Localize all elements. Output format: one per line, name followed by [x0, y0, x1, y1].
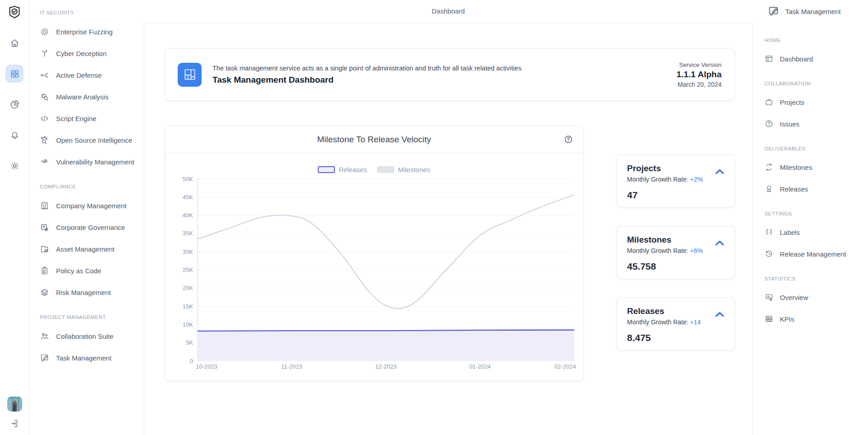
history-icon	[764, 249, 774, 258]
rsidebar-item-milestones[interactable]: Milestones	[764, 156, 868, 178]
rail-item-home[interactable]	[5, 34, 24, 52]
rsidebar-item-label: Release Management	[780, 250, 846, 258]
rsidebar-item-issues[interactable]: Issues	[764, 113, 868, 135]
shield-check-logo	[7, 5, 22, 20]
briefcase-icon	[764, 98, 774, 107]
banner-title: Task Management Dashboard	[212, 75, 521, 85]
rsidebar-item-releases[interactable]: Releases	[764, 178, 868, 200]
sidebar-item-cyber-deception[interactable]: Cyber Deception	[40, 42, 144, 64]
sidebar-item-enterprise-fuzzing[interactable]: Enterprise Fuzzing	[40, 21, 144, 42]
rsidebar-section-home: HOME	[764, 37, 868, 43]
main-panel: The task management service acts as a si…	[144, 23, 753, 435]
list-gear-icon	[40, 223, 49, 232]
sidebar-item-label: Asset Management	[56, 245, 114, 253]
sidebar-item-policy-as-code[interactable]: Policy as Code	[40, 260, 144, 281]
sidebar-item-open-source-intelligence[interactable]: Open Source Intelligence	[40, 129, 144, 151]
page-title: Dashboard	[144, 0, 753, 23]
stat-card-title: Releases	[627, 306, 725, 316]
sidebar-item-vulnerability-management[interactable]: Vulnerability Management	[40, 151, 144, 173]
shield-check-logo	[7, 5, 22, 20]
layout-icon	[178, 63, 202, 87]
stat-card-growth-value: +14	[690, 318, 701, 326]
sidebar-item-asset-management[interactable]: Asset Management	[40, 238, 144, 260]
sidebar-item-label: Risk Management	[56, 289, 111, 296]
rsidebar-item-dashboard[interactable]: Dashboard	[764, 48, 868, 70]
y-tick-label: 10K	[183, 321, 193, 328]
rsidebar-item-release-management[interactable]: Release Management	[764, 243, 868, 265]
sidebar-item-active-defense[interactable]: Active Defense	[40, 64, 144, 86]
banner-card: The task management service acts as a si…	[165, 48, 735, 101]
sidebar-item-label: Open Source Intelligence	[56, 136, 132, 144]
sidebar-item-task-management[interactable]: Task Management	[40, 347, 144, 369]
help-circle-icon	[764, 119, 774, 128]
sidebar-item-label: Cyber Deception	[56, 50, 107, 57]
rsidebar-item-projects[interactable]: Projects	[764, 91, 868, 113]
rsidebar-item-label: Issues	[780, 120, 799, 128]
layers-icon	[40, 288, 49, 297]
window-layout-icon	[764, 54, 774, 63]
app-root: IT SECURITYEnterprise FuzzingCyber Decep…	[0, 0, 868, 435]
sidebar-item-script-engine[interactable]: Script Engine	[40, 108, 144, 129]
gear-icon	[9, 161, 20, 171]
left-icon-rail	[0, 0, 29, 435]
y-tick-label: 45K	[183, 194, 193, 201]
y-tick-label: 15K	[183, 303, 193, 310]
sidebar-item-label: Corporate Governance	[56, 224, 125, 231]
user-avatar[interactable]	[7, 397, 22, 412]
sidebar-item-corporate-governance[interactable]: Corporate Governance	[40, 216, 144, 238]
rsidebar-section-collaboration: COLLABORATION	[764, 80, 868, 87]
stat-card-growth: Monthly Growth Rate: +6%	[627, 247, 725, 254]
legend-swatch	[318, 166, 335, 173]
stat-card-value: 8.475	[627, 332, 725, 343]
rsidebar-item-label: Dashboard	[780, 55, 813, 63]
sidebar-item-label: Policy as Code	[56, 267, 101, 275]
chevron-up-icon[interactable]	[714, 309, 726, 320]
x-tick-label: 11-2023	[281, 363, 302, 370]
sidebar-item-malware-analysis[interactable]: Malware Analysis	[40, 86, 144, 108]
sidebar-item-collaboration-suite[interactable]: Collaboration Suite	[40, 325, 144, 347]
rail-item-notifications[interactable]	[5, 126, 24, 144]
bell-icon	[9, 130, 20, 140]
sidebar-item-company-management[interactable]: Company Management	[40, 195, 144, 216]
braces-icon	[764, 228, 774, 237]
presentation-icon	[764, 293, 774, 302]
rsidebar-item-label: Labels	[780, 229, 800, 236]
releases-area	[198, 330, 574, 361]
y-tick-label: 35K	[183, 230, 193, 237]
y-tick-label: 40K	[183, 212, 193, 219]
chart-card: Milestone To Release Velocity ReleasesMi…	[165, 126, 584, 381]
rail-item-settings[interactable]	[5, 157, 24, 175]
y-tick-label: 30K	[183, 248, 193, 255]
rsidebar-item-overview[interactable]: Overview	[764, 286, 868, 308]
people-icon	[40, 332, 49, 341]
app-header-title: Task Management	[785, 8, 841, 15]
legend-item-releases[interactable]: Releases	[318, 166, 367, 173]
sidebar-item-risk-management[interactable]: Risk Management	[40, 281, 144, 303]
banner-description: The task management service acts as a si…	[212, 65, 521, 72]
sidebar-item-label: Company Management	[56, 202, 127, 210]
table-icon	[764, 314, 774, 323]
rsidebar-item-labels[interactable]: Labels	[764, 221, 868, 243]
stat-card-title: Milestones	[627, 235, 725, 245]
sidebar-item-label: Collaboration Suite	[56, 332, 113, 340]
fork-icon	[40, 49, 49, 58]
building-icon	[40, 201, 49, 210]
logout-icon[interactable]	[9, 418, 20, 429]
sidebar-item-label: Script Engine	[56, 115, 96, 122]
fingerprint-icon	[40, 157, 49, 167]
rsidebar-item-label: Overview	[780, 294, 808, 301]
chevron-up-icon[interactable]	[714, 237, 726, 249]
refresh-icon	[764, 163, 774, 172]
logout-icon	[9, 418, 20, 429]
rsidebar-section-settings: SETTINGS	[764, 210, 868, 217]
rsidebar-section-statistics: STATISTICS	[764, 276, 868, 282]
legend-item-milestones[interactable]: Milestones	[377, 166, 430, 173]
chart-title: Milestone To Release Velocity	[317, 135, 431, 145]
message-edit-icon	[768, 5, 779, 17]
rail-item-apps[interactable]	[5, 65, 24, 83]
rail-item-analytics[interactable]	[5, 95, 24, 113]
help-circle-icon[interactable]	[564, 135, 573, 144]
chevron-up-icon[interactable]	[714, 166, 726, 178]
stat-card-milestones: MilestonesMonthly Growth Rate: +6%45.758	[617, 226, 735, 279]
rsidebar-item-kpis[interactable]: KPIs	[764, 308, 868, 330]
